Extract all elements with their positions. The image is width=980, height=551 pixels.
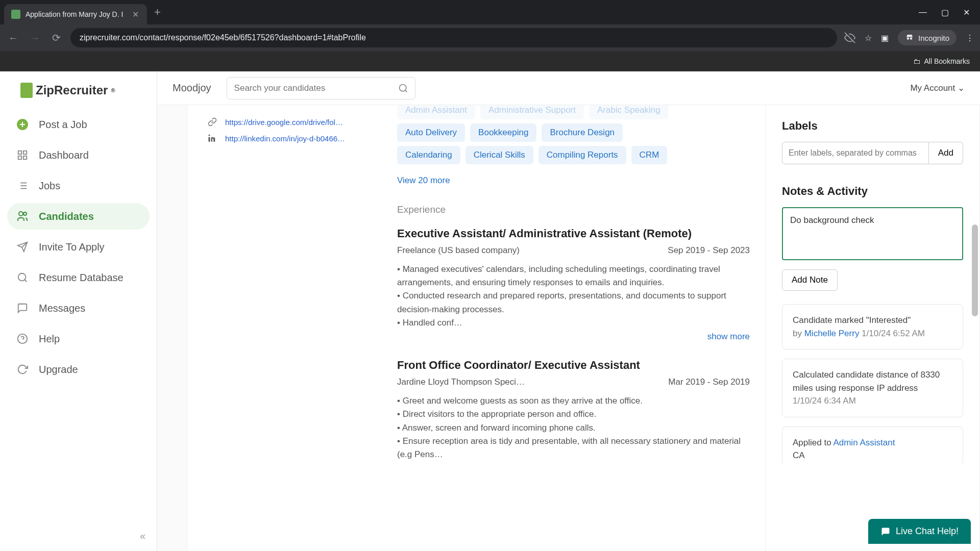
activity-timestamp: 1/10/24 6:34 AM <box>793 394 952 408</box>
svg-point-0 <box>907 37 910 40</box>
list-icon <box>16 180 29 192</box>
close-window-icon[interactable]: ✕ <box>963 8 970 17</box>
side-panel-icon[interactable]: ▣ <box>881 33 889 43</box>
linkedin-link[interactable]: http://linkedin.com/in/joy-d-b0466… <box>225 134 345 143</box>
skill-tag[interactable]: Calendaring <box>397 146 460 164</box>
experience-company: Freelance (US based company) <box>397 245 520 256</box>
svg-line-22 <box>405 90 407 92</box>
labels-input-row: Add <box>782 142 963 164</box>
nav-messages[interactable]: Messages <box>7 295 150 321</box>
message-icon <box>16 302 29 314</box>
add-label-button[interactable]: Add <box>929 142 963 164</box>
candidate-search <box>227 77 415 99</box>
contact-links-panel: https://drive.google.com/drive/fol… http… <box>187 105 381 551</box>
nav-resume-db[interactable]: Resume Database <box>7 264 150 291</box>
address-bar: ← → ⟳ ziprecruiter.com/contact/response/… <box>0 24 980 51</box>
search-icon <box>16 271 29 284</box>
folder-icon: 🗀 <box>913 57 920 65</box>
maximize-icon[interactable]: ▢ <box>941 8 949 17</box>
activity-text: Candidate marked "Interested" <box>793 314 952 327</box>
skill-tag[interactable]: CRM <box>631 146 668 164</box>
side-panel: Labels Add Notes & Activity Add Note Can… <box>766 105 980 551</box>
activity-item: Candidate marked "Interested" by Michell… <box>782 304 963 349</box>
view-more-skills[interactable]: View 20 more <box>397 176 450 186</box>
experience-title: Front Office Coordinator/ Executive Assi… <box>397 358 750 373</box>
visibility-off-icon[interactable] <box>844 32 855 43</box>
svg-line-18 <box>24 280 27 282</box>
skill-tag[interactable]: Bookkeeping <box>470 123 536 142</box>
skill-tag[interactable]: Compiling Reports <box>538 146 626 164</box>
nav-upgrade[interactable]: Upgrade <box>7 356 150 383</box>
collapse-sidebar-icon[interactable]: « <box>140 530 145 542</box>
nav-candidates[interactable]: Candidates <box>7 203 150 230</box>
tab-title: Application from Marry Joy D. I <box>26 10 123 18</box>
nav-invite[interactable]: Invite To Apply <box>7 234 150 260</box>
add-note-button[interactable]: Add Note <box>782 269 838 291</box>
nav-dashboard[interactable]: Dashboard <box>7 142 150 168</box>
note-textarea[interactable] <box>782 207 963 260</box>
skill-tag[interactable]: Admin Assistant <box>397 105 475 119</box>
incognito-badge[interactable]: Incognito <box>898 30 957 45</box>
scrollbar[interactable] <box>972 105 979 541</box>
live-chat-button[interactable]: Live Chat Help! <box>868 519 971 544</box>
labels-input[interactable] <box>782 142 929 164</box>
skill-tag[interactable]: Brochure Design <box>542 123 623 142</box>
bookmark-star-icon[interactable]: ☆ <box>865 33 872 43</box>
svg-point-17 <box>18 273 26 281</box>
experience-title: Executive Assistant/ Administrative Assi… <box>397 227 750 241</box>
drive-link[interactable]: https://drive.google.com/drive/fol… <box>225 118 343 127</box>
experience-description: • Greet and welcome guests as soon as th… <box>397 394 750 462</box>
all-bookmarks-link[interactable]: All Bookmarks <box>924 57 970 65</box>
org-name[interactable]: Moodjoy <box>173 82 211 94</box>
back-button[interactable]: ← <box>6 32 20 44</box>
send-icon <box>16 241 29 253</box>
svg-point-13 <box>19 212 23 216</box>
skill-tag[interactable]: Arabic Speaking <box>589 105 669 119</box>
svg-point-24 <box>209 135 210 136</box>
search-icon[interactable] <box>398 83 408 93</box>
nav-jobs[interactable]: Jobs <box>7 172 150 199</box>
svg-point-21 <box>399 84 406 91</box>
skills-row-faded: Admin Assistant Administrative Support A… <box>397 105 750 119</box>
notes-heading: Notes & Activity <box>782 185 963 198</box>
chat-icon <box>880 527 891 537</box>
nav-post-job[interactable]: Post a Job <box>7 111 150 138</box>
url-text: ziprecruiter.com/contact/response/f02e45… <box>80 33 366 42</box>
refresh-icon <box>16 363 29 375</box>
nav-help[interactable]: Help <box>7 325 150 352</box>
activity-timestamp: 1/10/24 6:52 AM <box>859 329 925 338</box>
skills-row: Auto Delivery Bookkeeping Brochure Desig… <box>397 123 750 142</box>
labels-heading: Labels <box>782 119 963 133</box>
skill-tag[interactable]: Clerical Skills <box>465 146 533 164</box>
users-icon <box>16 210 29 222</box>
svg-point-1 <box>910 37 913 40</box>
close-tab-icon[interactable]: ✕ <box>132 10 139 19</box>
search-input[interactable] <box>227 77 415 99</box>
scrollbar-thumb[interactable] <box>972 224 978 316</box>
account-menu[interactable]: My Account ⌄ <box>910 83 965 93</box>
tab-favicon <box>11 10 20 19</box>
new-tab-button[interactable]: + <box>154 6 161 19</box>
experience-item: Front Office Coordinator/ Executive Assi… <box>397 358 750 461</box>
url-input[interactable]: ziprecruiter.com/contact/response/f02e45… <box>70 28 837 47</box>
main-region: Moodjoy My Account ⌄ https://drive.googl… <box>157 71 980 551</box>
activity-user-link[interactable]: Michelle Perry <box>804 329 860 338</box>
logo[interactable]: ZipRecruiter® <box>20 83 150 98</box>
linkedin-link-row: http://linkedin.com/in/joy-d-b0466… <box>208 134 371 143</box>
svg-rect-23 <box>209 137 210 142</box>
chevron-down-icon: ⌄ <box>958 83 965 93</box>
forward-button[interactable]: → <box>28 32 42 44</box>
applied-job-link[interactable]: Admin Assistant <box>833 438 895 447</box>
plus-circle-icon <box>16 118 29 131</box>
browser-tab[interactable]: Application from Marry Joy D. I ✕ <box>4 4 147 24</box>
reload-button[interactable]: ⟳ <box>49 32 63 44</box>
svg-rect-4 <box>23 151 27 154</box>
browser-tab-strip: Application from Marry Joy D. I ✕ + — ▢ … <box>0 0 980 24</box>
show-more-link[interactable]: show more <box>397 332 750 342</box>
experience-item: Executive Assistant/ Administrative Assi… <box>397 227 750 342</box>
skill-tag[interactable]: Administrative Support <box>480 105 584 119</box>
minimize-icon[interactable]: — <box>919 8 927 17</box>
skill-tag[interactable]: Auto Delivery <box>397 123 465 142</box>
browser-menu-icon[interactable]: ⋮ <box>966 33 974 43</box>
experience-heading: Experience <box>397 204 750 215</box>
